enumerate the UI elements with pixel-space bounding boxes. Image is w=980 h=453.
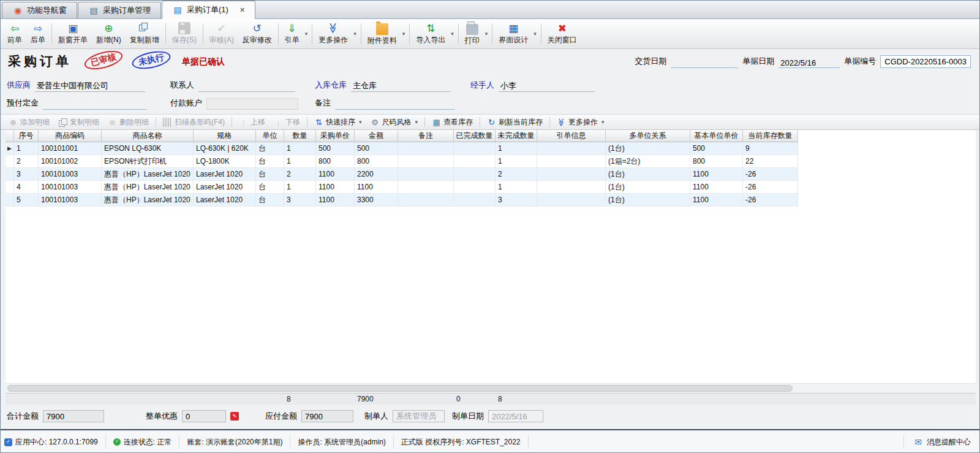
creator-input: 系统管理员	[393, 410, 445, 422]
dropdown-arrow-icon[interactable]: ▾	[601, 119, 605, 125]
copy-new-button[interactable]: 复制新增	[126, 20, 163, 47]
import-export-button-label: 导入导出	[416, 35, 445, 45]
dropdown-arrow-icon[interactable]: ▾	[401, 20, 407, 47]
handler-input[interactable]: 小李	[499, 80, 595, 92]
attachments-button[interactable]: 附件资料▾	[364, 20, 407, 47]
contact-label: 联系人	[170, 80, 194, 92]
audit-button[interactable]: ✔审核(A)	[206, 20, 238, 47]
close-window-button[interactable]: ✖关闭窗口	[544, 20, 581, 47]
pay-account-input[interactable]	[206, 98, 298, 110]
refresh-stock-button[interactable]: ↻刷新当前库存	[483, 115, 547, 129]
table-row[interactable]: 3100101003惠普（HP）LaserJet 1020LaserJet 10…	[6, 168, 976, 181]
horizontal-scrollbar[interactable]	[6, 383, 976, 393]
column-header[interactable]: 已完成数量	[454, 130, 496, 142]
table-cell: 2	[14, 155, 39, 168]
print-button[interactable]: 打印▾	[461, 20, 490, 47]
table-cell: 1	[284, 142, 316, 155]
column-header[interactable]: 单位	[256, 130, 284, 142]
summary-cell	[102, 394, 194, 405]
import-export-button[interactable]: ⇅导入导出▾	[412, 20, 456, 47]
total-amount-input[interactable]: 7900	[43, 410, 104, 422]
column-header[interactable]: 基本单位单价	[690, 130, 743, 142]
tab-purchase-order-mgmt-label: 采购订单管理	[103, 5, 151, 16]
scan-barcode-button[interactable]: 扫描条形码(F4)	[159, 115, 229, 129]
column-header[interactable]: 当前库存数量	[743, 130, 798, 142]
column-header[interactable]: 未完成数量	[496, 130, 537, 142]
detail-more-ops-button[interactable]: ≫更多操作▾	[552, 115, 609, 129]
table-row[interactable]: ▶1100101001EPSON LQ-630KLQ-630K | 620K台1…	[6, 142, 976, 155]
edit-discount-icon[interactable]	[230, 412, 239, 421]
payable-amount-input[interactable]: 7900	[301, 410, 353, 422]
toolbar-separator	[156, 117, 156, 127]
dropdown-arrow-icon[interactable]: ▾	[449, 20, 456, 47]
doc-date-input[interactable]: 2022/5/16	[778, 56, 840, 68]
dropdown-arrow-icon[interactable]: ▾	[352, 20, 358, 47]
tab-close-icon[interactable]: ✕	[239, 6, 245, 14]
doc-no-input[interactable]: CGDD-20220516-0003	[880, 55, 971, 68]
message-center-button[interactable]: ✉消息提醒中心	[903, 435, 979, 449]
pay-account-label: 付款账户	[170, 97, 202, 110]
column-header[interactable]: 多单位关系	[606, 130, 690, 142]
view-stock-button[interactable]: ▦查看库存	[428, 115, 477, 129]
column-header[interactable]: 商品编码	[39, 130, 102, 142]
discount-input[interactable]: 0	[182, 410, 226, 422]
dropdown-arrow-icon[interactable]: ▾	[359, 119, 362, 125]
up-icon: ↑	[239, 118, 248, 127]
row-indicator	[6, 181, 14, 194]
contact-input[interactable]	[198, 80, 295, 92]
page-title: 采购订单	[8, 53, 72, 70]
warehouse-input[interactable]: 主仓库	[351, 80, 450, 92]
next-doc-button[interactable]: ⇨后单	[27, 20, 49, 47]
supplier-input[interactable]: 爱普生中国有限公司	[35, 80, 145, 92]
tab-purchase-order[interactable]: ▤采购订单(1)✕	[162, 1, 255, 19]
dropdown-arrow-icon[interactable]: ▾	[532, 20, 538, 47]
dropdown-arrow-icon[interactable]: ▾	[415, 119, 418, 125]
save-button[interactable]: 保存(S)	[168, 20, 200, 47]
move-down-button[interactable]: ↓下移	[270, 115, 304, 129]
status-bar: 应用中心: 127.0.0.1:7099连接状态: 正常账套: 演示账套(202…	[1, 429, 979, 453]
delivery-date-input[interactable]	[671, 56, 738, 68]
table-cell	[398, 168, 454, 181]
column-header[interactable]: 引单信息	[537, 130, 606, 142]
column-header[interactable]: 规格	[194, 130, 256, 142]
move-up-button[interactable]: ↑上移	[235, 115, 270, 129]
prepay-input[interactable]	[43, 98, 147, 110]
column-header[interactable]: 金额	[355, 130, 398, 142]
ui-design-button[interactable]: ▦界面设计▾	[495, 20, 538, 47]
column-header[interactable]: 采购单价	[316, 130, 355, 142]
delete-detail-button[interactable]: ⊗删除明细	[104, 115, 153, 129]
unaudit-button[interactable]: ↺反审修改	[239, 20, 276, 47]
toolbar-separator	[549, 117, 550, 127]
table-cell	[398, 181, 454, 194]
column-header[interactable]: 序号	[14, 130, 39, 142]
table-cell	[454, 181, 496, 194]
tab-purchase-order-mgmt[interactable]: ▤采购订单管理	[78, 2, 161, 18]
quick-sort-button[interactable]: ⇅快速排序▾	[310, 115, 366, 129]
add-detail-button[interactable]: ⊕添加明细	[4, 115, 54, 129]
dropdown-arrow-icon[interactable]: ▾	[483, 20, 490, 47]
summary-cell	[537, 394, 606, 405]
table-row[interactable]: 4100101003惠普（HP）LaserJet 1020LaserJet 10…	[6, 181, 976, 194]
new-window-button[interactable]: ▣新窗开单	[55, 20, 91, 47]
tab-nav-window[interactable]: ◉功能导航窗	[2, 2, 77, 18]
table-row[interactable]: 2100101002EPSON针式打印机LQ-1800K台18008001(1箱…	[6, 155, 976, 168]
column-header[interactable]: 备注	[398, 130, 454, 142]
table-cell: LaserJet 1020	[194, 168, 256, 181]
summary-cell: 8	[496, 394, 537, 405]
table-cell	[537, 194, 606, 207]
pull-doc-button[interactable]: ⇓引单▾	[281, 20, 310, 47]
dropdown-arrow-icon[interactable]: ▾	[303, 20, 310, 47]
quick-sort-button-label: 快速排序	[326, 117, 355, 128]
remark-input[interactable]	[335, 98, 455, 110]
prev-doc-button[interactable]: ⇦前单	[4, 20, 26, 47]
summary-cell	[14, 394, 39, 405]
more-ops-button[interactable]: ≫更多操作▾	[315, 20, 358, 47]
table-row[interactable]: 5100101003惠普（HP）LaserJet 1020LaserJet 10…	[6, 194, 976, 207]
copy-detail-button[interactable]: 复制明细	[54, 115, 104, 129]
add-new-button[interactable]: ⊕新增(N)	[92, 20, 125, 47]
column-header[interactable]: 数量	[284, 130, 316, 142]
size-style-button[interactable]: ⚙尺码风格▾	[366, 115, 423, 129]
move-down-button-label: 下移	[285, 117, 300, 128]
column-header[interactable]: 商品名称	[102, 130, 194, 142]
scrollbar-thumb[interactable]	[7, 385, 793, 392]
